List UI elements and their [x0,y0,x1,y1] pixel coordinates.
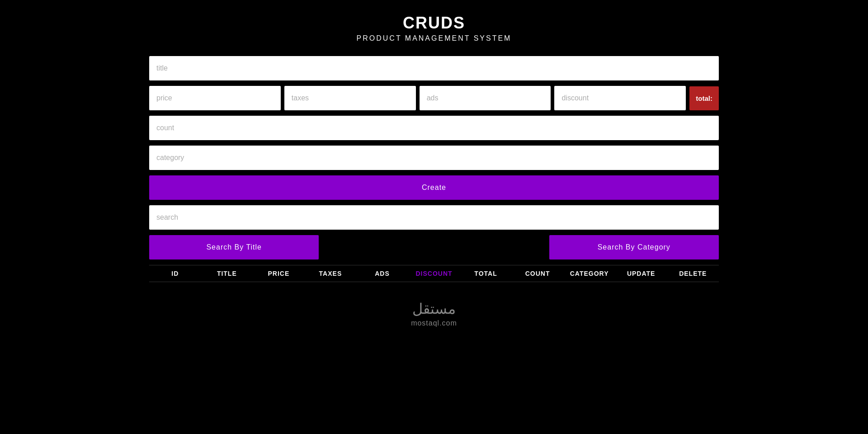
col-category: CATEGORY [563,270,615,277]
col-discount: DISCOUNT [408,270,460,277]
search-by-title-button[interactable]: Search By Title [149,235,319,259]
category-input[interactable] [149,146,719,170]
create-button[interactable]: Create [149,175,719,200]
app-title: CRUDS [357,14,512,33]
app-subtitle: PRODUCT MANAGEMENT SYSTEM [357,34,512,42]
col-taxes: TAXES [305,270,357,277]
col-price: PRICE [253,270,305,277]
ads-input[interactable] [420,86,551,110]
col-total: TOTAL [460,270,512,277]
search-by-category-button[interactable]: Search By Category [549,235,719,259]
price-input[interactable] [149,86,281,110]
search-input[interactable] [149,205,719,230]
discount-input[interactable] [554,86,686,110]
col-id: ID [149,270,201,277]
col-title: TITLE [201,270,253,277]
product-form: total: Create Search By Title Search By … [149,56,719,282]
count-input[interactable] [149,116,719,140]
col-delete: DELETE [667,270,719,277]
table-header: ID TITLE PRICE TAXES ADS DISCOUNT TOTAL … [149,265,719,282]
footer-logo: مستقل [412,300,456,317]
search-spacer [319,235,549,259]
footer: مستقل mostaql.com [411,282,457,341]
search-buttons-row: Search By Title Search By Category [149,235,719,259]
footer-domain: mostaql.com [411,319,457,327]
price-row: total: [149,86,719,110]
col-update: UPDATE [615,270,667,277]
title-input[interactable] [149,56,719,80]
taxes-input[interactable] [284,86,416,110]
total-badge: total: [689,86,719,110]
app-container: CRUDS PRODUCT MANAGEMENT SYSTEM total: C… [0,0,868,354]
col-ads: ADS [356,270,408,277]
col-count: COUNT [512,270,564,277]
header: CRUDS PRODUCT MANAGEMENT SYSTEM [357,14,512,42]
